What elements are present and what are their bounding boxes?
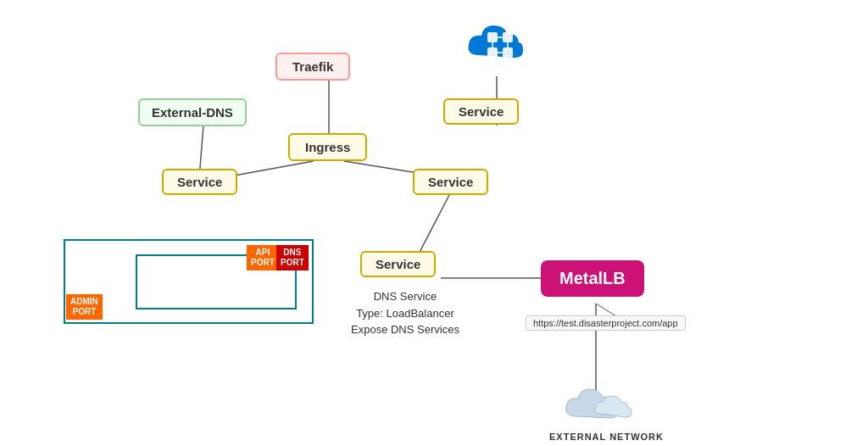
admin-port-label: ADMIN PORT xyxy=(70,297,98,316)
cloud-svg xyxy=(564,378,648,425)
api-port-badge: API PORT xyxy=(247,245,279,270)
dns-port-label: DNS PORT xyxy=(281,248,304,267)
svg-rect-12 xyxy=(503,47,513,58)
api-port-label: API PORT xyxy=(251,248,275,267)
service-top-node: Service xyxy=(443,98,519,125)
service-top-label: Service xyxy=(459,104,504,119)
service-dns-line3: Expose DNS Services xyxy=(351,321,459,338)
metallb-node: MetalLB xyxy=(541,260,644,297)
ingress-label: Ingress xyxy=(305,140,350,154)
dns-port-badge: DNS PORT xyxy=(276,245,309,270)
service-right-label: Service xyxy=(428,175,473,189)
diagram: Traefik External-DNS Service Ingress Ser… xyxy=(0,0,868,446)
service-dns-line1: DNS Service xyxy=(351,288,459,305)
service-left-label: Service xyxy=(177,175,222,189)
traefik-node: Traefik xyxy=(275,53,350,81)
ingress-node: Ingress xyxy=(288,133,367,161)
svg-rect-10 xyxy=(503,32,513,42)
service-right-node: Service xyxy=(413,169,488,195)
service-left-node: Service xyxy=(162,169,237,195)
external-network-label: EXTERNAL NETWORK xyxy=(549,432,664,442)
svg-rect-11 xyxy=(487,47,498,58)
metallb-label: MetalLB xyxy=(559,269,626,288)
traefik-label: Traefik xyxy=(292,59,333,74)
service-dns-line2: Type: LoadBalancer xyxy=(351,305,459,322)
external-network: EXTERNAL NETWORK xyxy=(549,378,664,442)
service-dns-label: Service xyxy=(376,257,420,271)
svg-rect-9 xyxy=(487,32,498,42)
metallb-url-text: https://test.disasterproject.com/app xyxy=(533,318,678,328)
external-dns-label: External-DNS xyxy=(152,105,233,120)
service-dns-node: Service xyxy=(360,251,436,277)
azure-cloud-icon xyxy=(462,8,538,76)
external-dns-node: External-DNS xyxy=(138,98,247,126)
connection-lines xyxy=(0,0,868,446)
service-dns-description: DNS Service Type: LoadBalancer Expose DN… xyxy=(351,288,459,338)
metallb-url: https://test.disasterproject.com/app xyxy=(526,315,686,331)
admin-port-badge: ADMIN PORT xyxy=(66,294,103,320)
